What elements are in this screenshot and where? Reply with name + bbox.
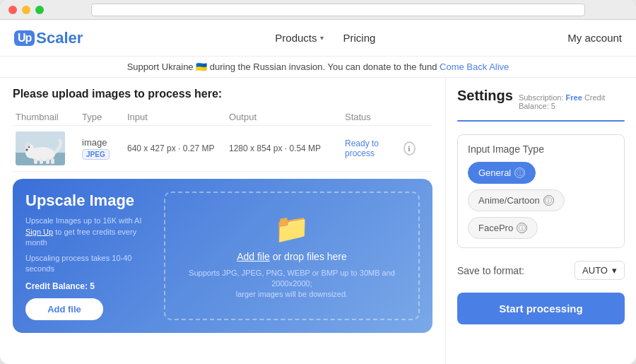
- address-bar[interactable]: [91, 4, 585, 16]
- type-buttons-group: General ⓘ Anime/Cartoon ⓘ FacePro ⓘ: [468, 162, 614, 239]
- maximize-button[interactable]: [35, 6, 44, 14]
- subscription-info: Subscription: Free Credit Balance: 5: [519, 93, 625, 110]
- col-status: Status: [345, 112, 416, 122]
- col-output: Output: [229, 112, 342, 122]
- minimize-button[interactable]: [22, 6, 30, 14]
- dropzone-text: Add file or drop files here: [237, 251, 347, 262]
- image-type-cell: image JPEG: [82, 137, 124, 160]
- svg-rect-9: [34, 158, 37, 164]
- table-header: Thumbnail Type Input Output Status: [13, 112, 432, 126]
- image-table: Thumbnail Type Input Output Status: [13, 112, 432, 172]
- logo-up: Up: [14, 30, 35, 46]
- col-type: Type: [82, 112, 124, 122]
- table-row: image JPEG 640 x 427 px · 0.27 MP 1280 x…: [13, 126, 432, 172]
- signup-link[interactable]: Sign Up: [25, 228, 53, 236]
- col-input: Input: [127, 112, 226, 122]
- support-banner: Support Ukraine 🇺🇦 during the Russian in…: [0, 57, 636, 78]
- chevron-down-icon: ▾: [320, 34, 324, 42]
- svg-point-6: [25, 142, 30, 149]
- type-btn-general[interactable]: General ⓘ: [468, 162, 536, 184]
- status-icon: ℹ: [404, 141, 416, 155]
- input-cell: 640 x 427 px · 0.27 MP: [127, 143, 226, 153]
- image-thumbnail: [16, 131, 65, 165]
- output-cell: 1280 x 854 px · 0.54 MP: [229, 143, 342, 153]
- type-btn-facepro[interactable]: FacePro ⓘ: [468, 217, 538, 239]
- settings-panel: Settings Subscription: Free Credit Balan…: [445, 78, 636, 364]
- dropzone-hint: Supports JPG, JPEG, PNG, WEBP or BMP up …: [189, 268, 395, 300]
- navbar: UpScaler Products ▾ Pricing My account: [0, 20, 636, 57]
- jpeg-badge: JPEG: [82, 149, 110, 160]
- close-button[interactable]: [8, 6, 17, 14]
- settings-title: Settings: [457, 88, 513, 104]
- input-type-box: Input Image Type General ⓘ Anime/Cartoon…: [457, 134, 625, 248]
- page-title: Please upload images to process here:: [13, 88, 432, 100]
- subscription-type: Free: [566, 93, 582, 102]
- save-format-select[interactable]: AUTO ▾: [575, 261, 625, 280]
- info-icon-anime: ⓘ: [543, 195, 554, 206]
- upload-title: Upscale Image: [25, 192, 153, 210]
- svg-point-7: [26, 149, 28, 151]
- add-file-button[interactable]: Add file: [25, 298, 103, 320]
- credit-balance-label: Credit Balance: 5: [25, 281, 153, 291]
- svg-rect-11: [46, 158, 49, 164]
- banner-link[interactable]: Come Back Alive: [440, 61, 509, 72]
- nav-links: Products ▾ Pricing: [83, 32, 567, 44]
- svg-rect-10: [40, 158, 43, 164]
- save-format-row: Save to format: AUTO ▾: [457, 258, 625, 283]
- logo[interactable]: UpScaler: [14, 29, 83, 47]
- status-cell: Ready to process ℹ: [345, 139, 416, 158]
- app-window: UpScaler Products ▾ Pricing My account S…: [0, 0, 636, 364]
- upload-section: Upscale Image Upscale Images up to 16K w…: [13, 179, 432, 333]
- svg-rect-12: [51, 158, 54, 164]
- add-file-link[interactable]: Add file: [237, 251, 270, 262]
- start-processing-button[interactable]: Start processing: [457, 293, 625, 324]
- nav-account-link[interactable]: My account: [567, 32, 622, 44]
- upload-desc3: Upscaling process takes 10-40 seconds: [25, 253, 153, 275]
- nav-products-link[interactable]: Products ▾: [275, 32, 323, 44]
- svg-point-8: [28, 146, 30, 148]
- info-icon-facepro: ⓘ: [517, 223, 527, 233]
- save-format-label: Save to format:: [457, 265, 524, 276]
- titlebar: [0, 0, 636, 20]
- drop-zone[interactable]: 📁 Add file or drop files here Supports J…: [164, 192, 420, 320]
- col-thumbnail: Thumbnail: [16, 112, 79, 122]
- type-btn-anime[interactable]: Anime/Cartoon ⓘ: [468, 189, 565, 211]
- logo-scaler: Scaler: [36, 29, 83, 47]
- settings-header: Settings Subscription: Free Credit Balan…: [457, 88, 625, 110]
- input-image-type-label: Input Image Type: [468, 143, 614, 155]
- info-icon-general: ⓘ: [514, 168, 525, 178]
- left-panel: Please upload images to process here: Th…: [0, 78, 445, 364]
- main-content: Please upload images to process here: Th…: [0, 78, 636, 364]
- upload-desc1: Upscale Images up to 16K with AI Sign Up…: [25, 216, 153, 248]
- nav-pricing-link[interactable]: Pricing: [343, 32, 376, 44]
- settings-divider: [457, 120, 625, 122]
- folder-icon: 📁: [274, 212, 310, 245]
- upload-info: Upscale Image Upscale Images up to 16K w…: [25, 192, 153, 320]
- chevron-down-icon: ▾: [612, 265, 617, 276]
